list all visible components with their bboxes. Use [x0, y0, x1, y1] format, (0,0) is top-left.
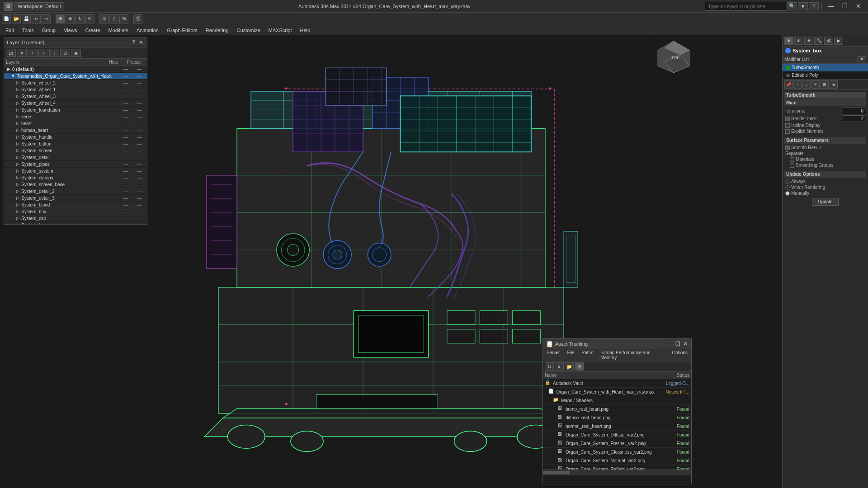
menu-views[interactable]: Views [60, 25, 80, 35]
iterations-input[interactable] [843, 108, 865, 114]
menu-graph-editors[interactable]: Graph Editors [163, 25, 201, 35]
layer-item-17[interactable]: ▷System_screen_base—— [4, 181, 147, 188]
layer-item-8[interactable]: ▷heart—— [4, 120, 147, 127]
layer-move-down-btn[interactable]: ↓ [49, 49, 59, 57]
asset-menu-file[interactable]: File [563, 349, 578, 361]
layer-item-16[interactable]: ▷System_clamps—— [4, 174, 147, 181]
asset-item-4[interactable]: 🖼diffuse_real_heart.pngFound [543, 413, 691, 422]
new-btn[interactable]: 📄 [2, 14, 11, 23]
modifier-pin-btn[interactable]: 📌 [784, 80, 793, 89]
rotate-btn[interactable]: ↻ [75, 14, 85, 23]
layer-item-14[interactable]: ▷System_pipes—— [4, 161, 147, 168]
asset-scrollbar-track[interactable] [543, 471, 570, 474]
menu-edit[interactable]: Edit [2, 25, 18, 35]
main-section-header[interactable]: Main [784, 99, 866, 106]
undo-btn[interactable]: ↩ [32, 14, 41, 23]
layer-item-12[interactable]: ▷System_screen—— [4, 147, 147, 154]
smoothing-groups-checkbox[interactable] [790, 163, 794, 168]
rp-icon-motion[interactable]: ▶ [834, 37, 843, 45]
layer-item-9[interactable]: ▷human_heart—— [4, 127, 147, 134]
modifier-move-down-btn[interactable]: ↓ [802, 80, 811, 89]
layer-highlight-btn[interactable]: ◈ [71, 49, 81, 57]
asset-list-btn[interactable]: ≡ [555, 362, 564, 371]
menu-modifiers[interactable]: Modifiers [104, 25, 132, 35]
snap-angle-btn[interactable]: ∠ [109, 14, 118, 23]
asset-menu-options[interactable]: Options [669, 349, 691, 361]
manually-radio[interactable] [785, 191, 790, 196]
modifier-item-edpoly[interactable]: Editable Poly [783, 71, 868, 79]
modifier-show-result-btn[interactable]: ◈ [830, 80, 838, 89]
render-btn[interactable]: 🎬 [133, 14, 142, 23]
modifier-item-turbosmooth[interactable]: TurboSmooth [783, 64, 868, 71]
rp-icon-utilities[interactable]: 🔧 [814, 37, 823, 45]
modifier-show-tree-btn[interactable]: ⊞ [821, 80, 829, 89]
asset-item-7[interactable]: 🖼Organ_Care_System_Fresnel_var2.pngFound [543, 439, 691, 448]
asset-restore-btn[interactable]: ❐ [675, 341, 681, 347]
update-btn[interactable]: Update [812, 198, 838, 206]
layer-panel-help-btn[interactable]: ? [131, 39, 136, 46]
snap-percent-btn[interactable]: % [119, 14, 128, 23]
help-search-btn[interactable]: ? [809, 2, 819, 10]
asset-item-9[interactable]: 🖼Organ_Care_System_Normal_var2.pngFound [543, 456, 691, 465]
viewport[interactable]: [+] [Perspective] [Shaded + Edged Faces]… [0, 35, 782, 488]
asset-item-5[interactable]: 🖼normal_real_heart.pngFound [543, 422, 691, 431]
explicit-normals-checkbox[interactable] [785, 129, 790, 134]
layer-item-3[interactable]: ▷System_wheel_1—— [4, 86, 147, 93]
workspace-dropdown[interactable]: Workspace: Default [14, 2, 64, 10]
menu-create[interactable]: Create [81, 25, 104, 35]
render-iters-input[interactable] [843, 115, 865, 122]
asset-item-0[interactable]: 🔒Autodesk VaultLogged O... [543, 379, 691, 388]
modifier-move-up-btn[interactable]: ↑ [793, 80, 802, 89]
layer-item-15[interactable]: ▷System_system—— [4, 168, 147, 174]
layer-select-btn[interactable]: ⊙ [60, 49, 70, 57]
asset-item-1[interactable]: 📄Organ_Care_System_with_Heart_max_vray.m… [543, 388, 691, 396]
layer-item-6[interactable]: ▷System_foundation—— [4, 107, 147, 113]
scale-btn[interactable]: ⇱ [85, 14, 94, 23]
isoline-checkbox[interactable] [785, 123, 790, 128]
menu-tools[interactable]: Tools [19, 25, 38, 35]
rp-icon-modify[interactable]: ✱ [784, 37, 793, 45]
smooth-result-checkbox[interactable] [785, 145, 790, 150]
asset-item-10[interactable]: 🖼Organ_Care_System_Reflect_var2.pngFound [543, 465, 691, 469]
menu-customize[interactable]: Customize [233, 25, 264, 35]
always-radio[interactable] [785, 179, 790, 184]
modifier-list-dropdown-btn[interactable]: ▼ [858, 56, 866, 62]
asset-grid-btn[interactable]: ⊞ [575, 362, 584, 371]
layer-item-23[interactable]: ▷System_base—— [4, 222, 147, 224]
asset-item-3[interactable]: 🖼bump_real_heart.pngFound [543, 405, 691, 413]
rp-icon-display[interactable]: 👁 [804, 37, 813, 45]
open-btn[interactable]: 📂 [12, 14, 21, 23]
layer-item-2[interactable]: ▷System_wheel_2—— [4, 80, 147, 86]
layer-item-7[interactable]: ▷vene—— [4, 113, 147, 120]
layer-item-20[interactable]: ▷System_blood—— [4, 202, 147, 208]
snap-btn[interactable]: ⊞ [99, 14, 108, 23]
layer-item-10[interactable]: ▷System_handle—— [4, 134, 147, 141]
asset-item-2[interactable]: 📁Maps / Shaders [543, 396, 691, 405]
save-btn[interactable]: 💾 [22, 14, 31, 23]
render-iters-checkbox[interactable] [785, 117, 790, 121]
search-btn[interactable]: 🔍 [787, 2, 797, 10]
select-btn[interactable]: ✚ [56, 14, 65, 23]
asset-item-6[interactable]: 🖼Organ_Care_System_Diffuse_var2.pngFound [543, 431, 691, 439]
layer-item-11[interactable]: ▷System_button—— [4, 141, 147, 147]
surface-params-header[interactable]: Surface Parameters [784, 137, 866, 144]
asset-menu-server[interactable]: Server [543, 349, 563, 361]
asset-menu-bitmap[interactable]: Bitmap Performance and Memory [597, 349, 668, 361]
layer-item-13[interactable]: ▷System_detail—— [4, 154, 147, 161]
close-btn[interactable]: ✕ [852, 0, 864, 13]
when-rendering-radio[interactable] [785, 185, 790, 190]
search-input[interactable] [705, 2, 786, 11]
menu-group[interactable]: Group [38, 25, 60, 35]
modifier-delete-btn[interactable]: ✕ [811, 80, 820, 89]
menu-help[interactable]: Help [297, 25, 314, 35]
layer-item-22[interactable]: ▷System_cap—— [4, 215, 147, 222]
minimize-btn[interactable]: — [825, 0, 838, 13]
layer-item-19[interactable]: ▷System_detail_3—— [4, 195, 147, 202]
navicube[interactable]: TOP [656, 39, 692, 75]
layer-add-btn[interactable]: + [28, 49, 38, 57]
asset-close-btn[interactable]: ✕ [682, 341, 689, 347]
turbosmooth-header[interactable]: TurboSmooth [784, 92, 866, 99]
layer-delete-btn[interactable]: ✕ [17, 49, 27, 57]
rp-icon-hierarchy[interactable]: ⛓ [824, 37, 833, 45]
rp-icon-create[interactable]: ⊕ [794, 37, 803, 45]
